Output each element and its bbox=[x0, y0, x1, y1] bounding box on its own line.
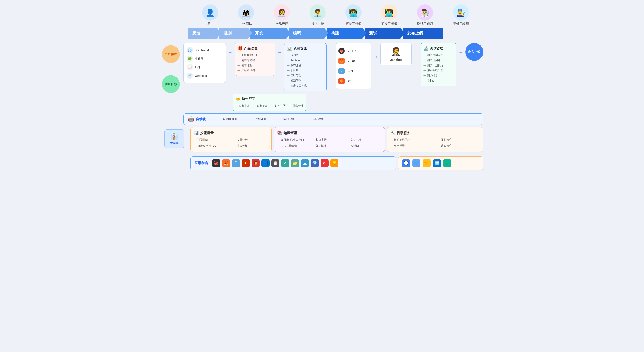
input-mini-app: 🟢 小程序 bbox=[187, 54, 222, 63]
dir-item-2: —团队管理 bbox=[438, 137, 480, 142]
automation-items: — 自动化规则 — 计划规则 — 即时规则 — 规则模板 bbox=[219, 117, 478, 121]
app-market-title: 应用市场 bbox=[194, 161, 208, 165]
phase-code-text: 编码 bbox=[288, 28, 307, 38]
test-mgmt-title: 🔬 测试管理 bbox=[424, 46, 454, 51]
phase-feedback-text: 反馈 bbox=[188, 28, 206, 38]
manager-avatar: 👔 bbox=[170, 132, 178, 140]
kn-item-3: —知识共享 bbox=[348, 137, 382, 142]
tools-card: 💬 🐦 🐤 🪟 🌐 bbox=[398, 156, 483, 170]
center-main: 🌐 Ship Portal 🟢 小程序 ✉️ 邮件 🔗 Webhook bbox=[183, 43, 483, 125]
product-mgmt-title: 🎁 产品管理 bbox=[238, 46, 272, 51]
persona-label-user: 用户 bbox=[207, 22, 213, 26]
persona-label-ops: 运维工程师 bbox=[453, 22, 469, 26]
persona-label-biz: 业务团队 bbox=[240, 22, 252, 26]
pm-item-4: —产品路线图 bbox=[238, 68, 272, 73]
project-mgmt-title: 📊 项目管理 bbox=[287, 46, 324, 51]
repo-svn: S SVN bbox=[338, 66, 368, 76]
phase-build-text: 构建 bbox=[326, 28, 346, 38]
app-jenkins: 🤵 bbox=[252, 159, 260, 167]
persona-qa: 👨‍🔬 测试工程师 bbox=[407, 4, 443, 26]
phase-test: 测试 bbox=[365, 28, 400, 38]
phase-feedback: 反馈 bbox=[188, 28, 217, 38]
persona-pm: 👩‍💼 产品经理 bbox=[264, 4, 300, 26]
collab-item-2: —目标复盘 bbox=[254, 103, 268, 108]
persona-user: 👤 用户 bbox=[192, 4, 228, 26]
eff-item-3: —自定义指标PQL bbox=[194, 143, 229, 148]
kn-item-2: —模板支持 bbox=[312, 137, 346, 142]
tool-icons: 💬 🐦 🐤 🪟 🌐 bbox=[402, 159, 451, 167]
persona-label-qa: 测试工程师 bbox=[417, 22, 433, 26]
webhook-icon: 🔗 bbox=[187, 72, 193, 79]
dir-item-1: —组织架构同步 bbox=[390, 137, 433, 142]
persona-dev1: 👨‍💻 研发工程师 bbox=[336, 4, 371, 26]
arrow-5: → bbox=[414, 43, 418, 50]
manager-box: 👔 管理层 bbox=[164, 130, 184, 148]
persona-ops: 👨‍🔧 运维工程师 bbox=[443, 4, 479, 26]
collab-items: —目标制定 —目标复盘 —讨论社区 —团队管理 bbox=[236, 103, 304, 108]
app-gem: 💎 bbox=[311, 159, 319, 167]
collab-title: 🤝 协作空间 bbox=[236, 96, 304, 102]
kn-item-1: —公司/组织/个人空间 bbox=[277, 137, 311, 142]
pm-item-1: —工单收集处理 bbox=[238, 52, 272, 58]
tool-chick: 🐤 bbox=[422, 159, 431, 167]
app-github: 🐙 bbox=[212, 159, 220, 167]
test-item-3: —测试计划执行 bbox=[424, 63, 454, 68]
test-item-1: —测试用例维护 bbox=[424, 52, 454, 58]
auto-item-2: — 计划规则 bbox=[251, 117, 266, 121]
persona-label-dev1: 研发工程师 bbox=[346, 22, 361, 26]
left-column: 用户 需求 战略 目标 bbox=[161, 43, 181, 125]
app-diamond: ♦ bbox=[242, 159, 250, 167]
directory-items: —组织架构同步 —团队管理 —单点登录 —访客管理 bbox=[390, 137, 480, 148]
app-market-row: 应用市场 🐙 🦊 S ♦ 🤵 🟦 📋 ✔ 📁 ☁ 💎 G bbox=[190, 156, 483, 170]
test-item-4: —用例基线管理 bbox=[424, 68, 454, 73]
dir-item-3: —单点登录 bbox=[390, 143, 433, 148]
automation-title: 🤖 自动化 bbox=[188, 116, 210, 122]
collab-item-4: —团队管理 bbox=[289, 103, 304, 108]
kn-item-5: —知识沉淀 bbox=[312, 143, 346, 148]
proj-item-4: —项目集 bbox=[287, 68, 324, 73]
app-cloud: ☁ bbox=[301, 159, 309, 167]
phase-plan-text: 规划 bbox=[219, 28, 238, 38]
avatar-qa: 👨‍🔬 bbox=[417, 4, 433, 20]
app-check: ✔ bbox=[281, 159, 289, 167]
github-icon: 🐙 bbox=[338, 48, 345, 54]
input-webhook: 🔗 Webhook bbox=[187, 72, 222, 80]
proj-item-5: —工时管理 bbox=[287, 73, 324, 78]
repo-github: 🐙 GitHub bbox=[338, 46, 368, 56]
automation-bar: 🤖 自动化 — 自动化规则 — 计划规则 — 即时规则 — 规则模板 bbox=[183, 113, 483, 125]
arrow-1: → bbox=[228, 43, 232, 55]
tool-windows: 🪟 bbox=[433, 159, 441, 167]
gitlab-icon: 🦊 bbox=[338, 58, 345, 64]
manager-arrow: → bbox=[172, 151, 176, 155]
proj-item-6: —资源管理 bbox=[287, 78, 324, 83]
code-repos-card: 🐙 GitHub 🦊 GitLab S SVN 🔶 Git bbox=[336, 43, 371, 89]
arrow-4: → bbox=[374, 43, 378, 59]
phase-plan: 规划 bbox=[219, 28, 248, 38]
app-market-card: 应用市场 🐙 🦊 S ♦ 🤵 🟦 📋 ✔ 📁 ☁ 💎 G bbox=[190, 156, 396, 170]
test-item-2: —测试用例评审 bbox=[424, 58, 454, 63]
phase-test-text: 测试 bbox=[365, 28, 384, 38]
directory-title: 🔧 目录服务 bbox=[390, 130, 480, 136]
input-email: ✉️ 邮件 bbox=[187, 63, 222, 72]
phase-dev: 开发 bbox=[250, 28, 286, 38]
pm-item-2: —需求池管理 bbox=[238, 58, 272, 63]
phase-banner: 反馈 规划 开发 编码 构建 测试 发布上线 bbox=[161, 28, 483, 38]
efficiency-items: —可视化BI —度量分析 —自定义指标PQL —报表模板 bbox=[194, 137, 268, 148]
phase-arrow-4 bbox=[362, 28, 366, 38]
app-svn: S bbox=[232, 159, 240, 167]
git-icon: 🔶 bbox=[338, 78, 345, 84]
test-item-5: —测试报告 bbox=[424, 73, 454, 78]
avatar-dev1: 👨‍💻 bbox=[346, 4, 362, 20]
phase-release: 发布上线 bbox=[403, 28, 443, 38]
test-mgmt-card: 🔬 测试管理 —测试用例维护 —测试用例评审 —测试计划执行 —用例基线管理 —… bbox=[420, 43, 456, 86]
dir-item-4: —访客管理 bbox=[438, 143, 480, 148]
svn-icon: S bbox=[338, 68, 345, 74]
proj-item-7: —自定义工作流 bbox=[287, 83, 324, 88]
app-g: G bbox=[320, 159, 328, 167]
collab-item-3: —讨论社区 bbox=[271, 103, 286, 108]
input-ship-portal: 🌐 Ship Portal bbox=[187, 46, 222, 54]
tool-bird: 🐦 bbox=[412, 159, 420, 167]
test-item-6: —提Bug bbox=[424, 78, 454, 83]
app-vscode: 🟦 bbox=[262, 159, 270, 167]
app-gitlab: 🦊 bbox=[222, 159, 230, 167]
